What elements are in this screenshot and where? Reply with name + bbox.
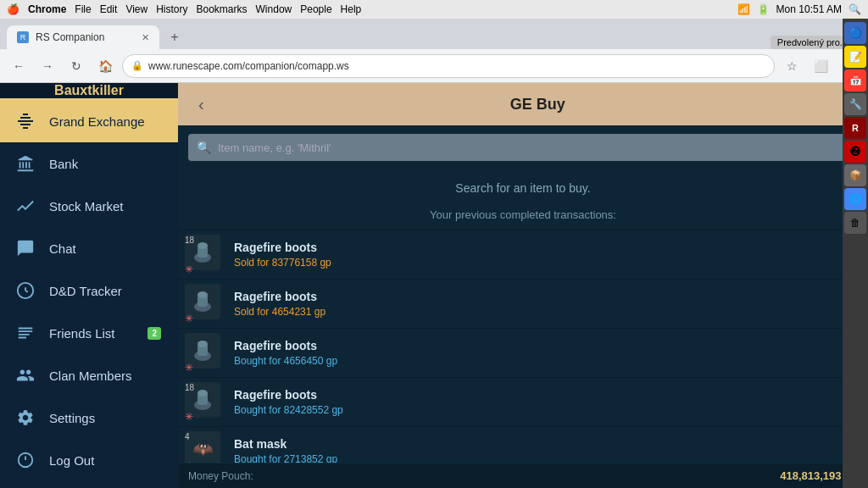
tab-close-button[interactable]: ✕: [142, 32, 149, 43]
svg-rect-2: [23, 114, 28, 115]
menu-bookmarks[interactable]: Bookmarks: [197, 3, 248, 15]
svg-point-12: [198, 242, 208, 249]
url-text: www.runescape.com/companion/comapp.ws: [148, 60, 349, 72]
sidebar-item-grand-exchange[interactable]: Grand Exchange: [0, 100, 178, 142]
item-name: Ragefire boots: [234, 241, 854, 254]
item-price: Bought for 82428552 gp: [234, 404, 854, 416]
apple-icon[interactable]: 🍎: [7, 3, 19, 15]
svg-point-15: [198, 291, 208, 298]
svg-line-7: [25, 291, 28, 292]
transaction-row[interactable]: ✳ Ragefire boots Bought for 4656450 gp ›: [178, 328, 868, 377]
item-price: Sold for 4654231 gp: [234, 306, 854, 318]
price-label: Sold for: [234, 257, 269, 269]
price-value: 83776158 gp: [272, 257, 331, 269]
mac-status-bar: 📶 🔋 Mon 10:51 AM 🔍: [737, 3, 861, 15]
stock-market-icon: [14, 194, 37, 218]
item-price: Sold for 83776158 gp: [234, 257, 854, 269]
mac-right-sidebar: 🔵 📝 📅 🔧 R 🅩 📦 🌐 🗑: [843, 83, 868, 488]
prev-transactions-label: Your previous completed transactions:: [178, 202, 868, 230]
svg-rect-0: [18, 120, 33, 122]
sidebar-item-bank[interactable]: Bank: [0, 142, 178, 185]
chat-icon: [14, 236, 37, 260]
item-info: Ragefire boots Sold for 4654231 gp: [234, 290, 854, 318]
menu-help[interactable]: Help: [341, 3, 362, 15]
transaction-row[interactable]: ✳ Ragefire boots Sold for 4654231 gp ›: [178, 279, 868, 328]
secure-icon: 🔒: [131, 60, 143, 71]
search-bar[interactable]: 🔍: [188, 134, 858, 161]
transaction-row[interactable]: 18 ✳ Ragefire boots Sold for 83776158 gp: [178, 230, 868, 279]
menu-file[interactable]: File: [75, 3, 91, 15]
sidebar-item-clan-members[interactable]: Clan Members: [0, 354, 178, 396]
item-overlay-star: ✳: [185, 263, 193, 275]
address-bar[interactable]: 🔒 www.runescape.com/companion/comapp.ws: [122, 54, 775, 78]
price-value: 2713852 gp: [284, 453, 337, 463]
item-name: Ragefire boots: [234, 290, 854, 303]
menu-edit[interactable]: Edit: [100, 3, 118, 15]
menu-chrome[interactable]: Chrome: [28, 3, 66, 15]
item-name: Ragefire boots: [234, 388, 854, 402]
transaction-row[interactable]: 4 🦇 ✳ Bat mask Bought for 2713852 gp ›: [178, 426, 868, 463]
sidebar-label-settings: Settings: [49, 411, 95, 425]
item-name: Bat mask: [234, 437, 854, 451]
search-mac-icon[interactable]: 🔍: [849, 3, 861, 15]
bookmark-star[interactable]: ☆: [780, 54, 804, 78]
sidebar-item-chat[interactable]: Chat: [0, 227, 178, 269]
cast-button[interactable]: ⬜: [809, 54, 832, 78]
menu-view[interactable]: View: [125, 3, 147, 15]
tab-label: RS Companion: [36, 31, 104, 43]
sidebar-label-friends-list: Friends List: [49, 326, 115, 341]
content-header: ‹ GE Buy: [178, 83, 868, 125]
menu-people[interactable]: People: [300, 3, 331, 15]
active-tab[interactable]: R RS Companion ✕: [7, 25, 159, 49]
sidebar-label-stock-market: Stock Market: [49, 199, 124, 214]
sidebar-label-grand-exchange: Grand Exchange: [49, 114, 145, 129]
mac-icon-trash[interactable]: 🗑: [844, 212, 866, 234]
mac-icon-app1[interactable]: 🔧: [844, 93, 866, 115]
svg-rect-1: [20, 117, 31, 119]
sidebar-label-bank: Bank: [49, 157, 78, 171]
mac-icon-app2[interactable]: 🅩: [844, 141, 866, 163]
mac-icon-calendar[interactable]: 📅: [844, 83, 866, 92]
menu-window[interactable]: Window: [256, 3, 292, 15]
back-button[interactable]: ←: [7, 54, 31, 78]
main-content: ‹ GE Buy 🔍 Search for an item to buy. Yo…: [178, 83, 868, 488]
search-container: 🔍: [178, 125, 868, 168]
tab-favicon: R: [17, 31, 29, 43]
item-name: Ragefire boots: [234, 339, 854, 352]
sidebar-item-stock-market[interactable]: Stock Market: [0, 185, 178, 227]
price-label: Bought for: [234, 453, 281, 463]
new-tab-button[interactable]: +: [163, 25, 186, 49]
search-prompt: Search for an item to buy.: [178, 168, 868, 202]
app-container: Bauxtkiller Grand Exchange Bank: [0, 83, 868, 488]
sidebar-item-friends-list[interactable]: Friends List 2: [0, 312, 178, 354]
chrome-window: R RS Companion ✕ + Predvolený pro... ← →…: [0, 19, 868, 488]
battery-icon: 🔋: [757, 3, 770, 15]
clan-members-icon: [14, 363, 37, 387]
sidebar-item-logout[interactable]: Log Out: [0, 439, 178, 481]
item-qty: 4: [185, 432, 190, 441]
bank-icon: [14, 152, 37, 175]
mac-menu-bar: 🍎 Chrome File Edit View History Bookmark…: [7, 3, 361, 15]
price-label: Sold for: [234, 306, 269, 318]
menu-history[interactable]: History: [156, 3, 187, 15]
item-info: Ragefire boots Bought for 4656450 gp: [234, 339, 854, 367]
sidebar-item-dd-tracker[interactable]: D&D Tracker: [0, 269, 178, 312]
item-qty: 18: [185, 236, 194, 245]
search-icon: 🔍: [197, 141, 211, 154]
reload-button[interactable]: ↻: [64, 54, 88, 78]
sidebar-label-logout: Log Out: [49, 453, 94, 468]
content-title: GE Buy: [221, 96, 854, 114]
item-image: ✳: [185, 333, 225, 374]
sidebar-item-settings[interactable]: Settings: [0, 396, 178, 439]
transaction-row[interactable]: 18 ✳ Ragefire boots Bought for 82428552 …: [178, 377, 868, 426]
mac-icon-runescape[interactable]: R: [844, 117, 866, 139]
search-input[interactable]: [218, 141, 849, 154]
mac-icon-app3[interactable]: 📦: [844, 164, 866, 186]
back-nav-button[interactable]: ‹: [192, 95, 211, 114]
price-label: Bought for: [234, 355, 281, 367]
forward-button[interactable]: →: [36, 54, 59, 78]
mac-icon-chrome[interactable]: 🌐: [844, 188, 866, 210]
friends-list-badge: 2: [147, 327, 161, 340]
clock: Mon 10:51 AM: [776, 3, 842, 15]
home-button[interactable]: 🏠: [93, 54, 117, 78]
